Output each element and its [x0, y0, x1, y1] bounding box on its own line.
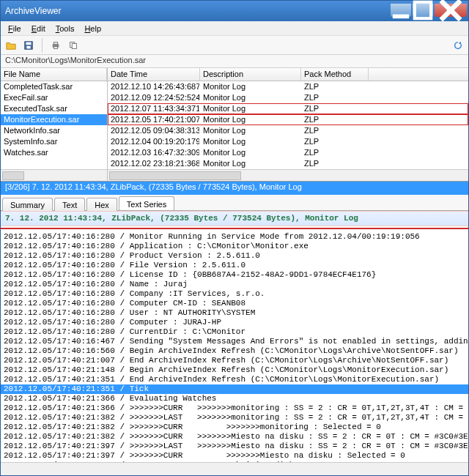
svg-rect-9: [72, 43, 76, 48]
datetime-cell: 2012.12.09 12:24:52:524: [108, 92, 200, 103]
toolbar: [1, 36, 468, 55]
entry-list[interactable]: 2012.12.10 14:26:43:687Monitor LogZLP201…: [108, 81, 468, 169]
file-name-cell: NetworkInfo.sar: [1, 125, 107, 136]
log-line: 2012.12.05/17:40:16:280 / Company :IT Se…: [1, 289, 468, 299]
file-name-cell: ExecutedTask.sar: [1, 103, 107, 114]
menu-tools[interactable]: Tools: [51, 23, 79, 34]
entry-row[interactable]: 2012.12.07 11:43:34:371Monitor LogZLP: [108, 103, 468, 114]
col-filename[interactable]: File Name: [1, 68, 107, 81]
datetime-cell: 2012.12.05 09:04:38:313: [108, 125, 200, 136]
entry-row[interactable]: 2012.12.09 12:24:52:524Monitor LogZLP: [108, 92, 468, 103]
tab-text[interactable]: Text: [54, 198, 85, 211]
log-lines: 2012.12.05/17:40:16:280 / Monitor Runnin…: [1, 232, 468, 462]
svg-rect-1: [415, 2, 431, 18]
description-cell: Monitor Log: [200, 136, 301, 147]
log-line: 2012.12.05/17:40:16:280 / Computer : JUR…: [1, 318, 468, 327]
file-row[interactable]: NetworkInfo.sar: [1, 125, 107, 136]
file-name-cell: SystemInfo.sar: [1, 136, 107, 147]
save-button[interactable]: [21, 38, 36, 53]
file-list-pane: File Name CompletedTask.sarExecFail.sarE…: [1, 68, 108, 181]
log-line: 2012.12.05/17:40:21:397 / >>>>>>>CURR >>…: [1, 451, 468, 461]
description-cell: Monitor Log: [200, 158, 301, 169]
file-list-header[interactable]: File Name: [1, 68, 107, 81]
log-line: 2012.12.05/17:40:16:280 / License ID : {…: [1, 270, 468, 280]
svg-rect-6: [53, 42, 57, 44]
description-cell: Monitor Log: [200, 103, 301, 114]
file-name-cell: MonitorExecution.sar: [1, 114, 107, 125]
entry-list-header[interactable]: Date Time Description Pack Method: [108, 68, 468, 81]
entry-row[interactable]: 2012.12.05 17:40:21:007Monitor LogZLP: [108, 114, 468, 125]
entry-row[interactable]: 2012.12.03 16:47:32:309Monitor LogZLP: [108, 147, 468, 158]
tab-hex[interactable]: Hex: [86, 198, 117, 211]
tab-summary[interactable]: Summary: [2, 198, 53, 211]
packmethod-cell: ZLP: [301, 158, 369, 169]
col-packmethod[interactable]: Pack Method: [301, 68, 369, 81]
entry-row[interactable]: 2012.12.02 23:18:21:368Monitor LogZLP: [108, 158, 468, 169]
file-row[interactable]: ExecutedTask.sar: [1, 103, 107, 114]
pathbar: C:\CMonitor\Logs\MonitorExecution.sar: [1, 55, 468, 68]
app-title: ArchiveViewer: [5, 6, 61, 16]
menu-help[interactable]: Help: [80, 23, 106, 34]
entry-list-pane: Date Time Description Pack Method 2012.1…: [108, 68, 468, 181]
log-line: 2012.12.05/17:40:21:148 / Begin ArchiveI…: [1, 365, 468, 375]
divider-line: [1, 228, 468, 229]
entry-row[interactable]: 2012.12.05 09:04:38:313Monitor LogZLP: [108, 125, 468, 136]
copy-button[interactable]: [66, 38, 81, 53]
maximize-button[interactable]: [413, 4, 433, 17]
packmethod-cell: ZLP: [301, 136, 369, 147]
file-list[interactable]: CompletedTask.sarExecFail.sarExecutedTas…: [1, 81, 107, 169]
close-button[interactable]: [435, 4, 467, 17]
datetime-cell: 2012.12.02 23:18:21:368: [108, 158, 200, 169]
log-line: 2012.12.05/17:40:16:280 / Application : …: [1, 242, 468, 251]
open-folder-button[interactable]: [4, 38, 18, 53]
log-line: 2012.12.05/17:40:21:397 / >>>>>>>LAST >>…: [1, 442, 468, 451]
packmethod-cell: ZLP: [301, 81, 369, 92]
file-row[interactable]: MonitorExecution.sar: [1, 114, 107, 125]
menubar: File Edit Tools Help: [1, 21, 468, 36]
titlebar[interactable]: ArchiveViewer: [1, 1, 468, 21]
description-cell: Monitor Log: [200, 147, 301, 158]
log-line: 2012.12.05/17:40:16:280 / CurrentDir : C…: [1, 327, 468, 337]
entry-row[interactable]: 2012.12.04 00:19:20:179Monitor LogZLP: [108, 136, 468, 147]
archiveviewer-window: ArchiveViewer File Edit Tools Help C:\CM…: [0, 0, 469, 476]
file-row[interactable]: ExecFail.sar: [1, 92, 107, 103]
menu-edit[interactable]: Edit: [27, 23, 50, 34]
file-row[interactable]: Watches.sar: [1, 147, 107, 158]
tab-strip: SummaryTextHexText Series: [1, 195, 468, 211]
log-line: 2012.12.05/17:40:21:366 / Evaluating Wat…: [1, 394, 468, 404]
log-line: 2012.12.05/17:40:16:280 / Name : Juraj: [1, 280, 468, 289]
packmethod-cell: ZLP: [301, 147, 369, 158]
minimize-button[interactable]: [391, 4, 411, 17]
entry-row[interactable]: 2012.12.10 14:26:43:687Monitor LogZLP: [108, 81, 468, 92]
status-text: [3/206] 7. 12. 2012 11:43:34, ZLibPack, …: [5, 182, 302, 191]
log-line: 2012.12.05/17:40:21:351 / End ArchiveInd…: [1, 375, 468, 384]
datetime-cell: 2012.12.05 17:40:21:007: [108, 114, 200, 125]
tab-text-series[interactable]: Text Series: [119, 196, 174, 210]
log-line: 2012.12.05/17:40:21:382 / >>>>>>>CURR >>…: [1, 432, 468, 442]
col-datetime[interactable]: Date Time: [108, 68, 200, 81]
datetime-cell: 2012.12.07 11:43:34:371: [108, 103, 200, 114]
log-line: 2012.12.05/17:40:21:366 / >>>>>>>CURR >>…: [1, 404, 468, 413]
content-header: 7. 12. 2012 11:43:34, ZLibPack, (72335 B…: [1, 211, 468, 226]
file-row[interactable]: CompletedTask.sar: [1, 81, 107, 92]
menu-file[interactable]: File: [4, 23, 26, 34]
path-text: C:\CMonitor\Logs\MonitorExecution.sar: [5, 56, 146, 64]
file-list-scrollbar[interactable]: [1, 169, 107, 181]
datetime-cell: 2012.12.04 00:19:20:179: [108, 136, 200, 147]
print-button[interactable]: [48, 38, 63, 53]
log-line: 2012.12.05/17:40:16:280 / Product Versio…: [1, 251, 468, 261]
content-area[interactable]: 7. 12. 2012 11:43:34, ZLibPack, (72335 B…: [1, 211, 468, 462]
datetime-cell: 2012.12.03 16:47:32:309: [108, 147, 200, 158]
packmethod-cell: ZLP: [301, 92, 369, 103]
window-controls: [389, 4, 467, 18]
packmethod-cell: ZLP: [301, 103, 369, 114]
col-description[interactable]: Description: [200, 68, 301, 81]
svg-rect-0: [393, 15, 409, 19]
entry-list-scrollbar[interactable]: [108, 169, 468, 181]
log-line: 2012.12.05/17:40:16:280 / Monitor Runnin…: [1, 232, 468, 242]
log-line: 2012.12.05/17:40:16:467 / Sending "Syste…: [1, 337, 468, 346]
upper-split: File Name CompletedTask.sarExecFail.sarE…: [1, 68, 468, 182]
log-line: 2012.12.05/17:40:16:280 / Computer CM-ID…: [1, 299, 468, 308]
refresh-button[interactable]: [451, 38, 465, 53]
file-row[interactable]: SystemInfo.sar: [1, 136, 107, 147]
